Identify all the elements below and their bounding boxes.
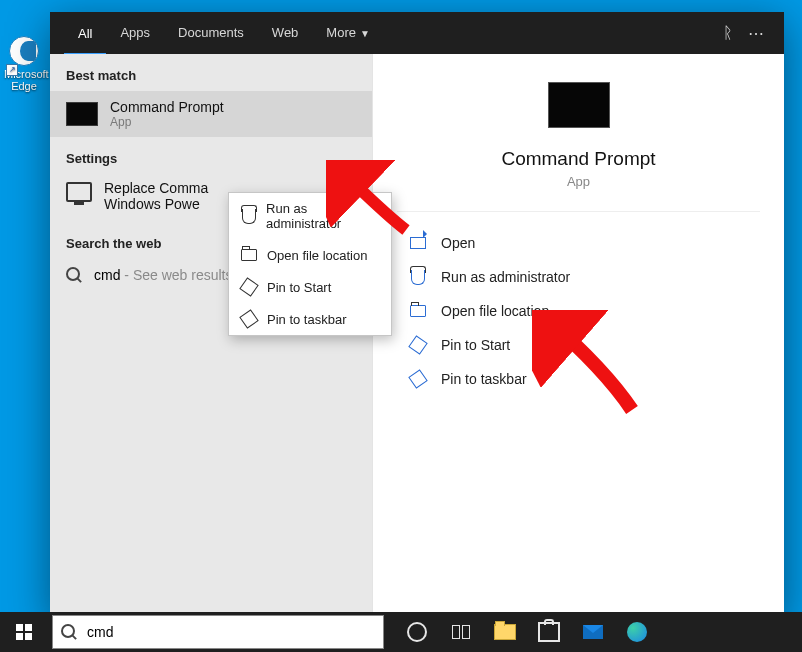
preview-title: Command Prompt: [501, 148, 655, 170]
taskbar: [0, 612, 802, 652]
chevron-down-icon: ▼: [360, 28, 370, 39]
pin-taskbar-icon: [239, 309, 258, 328]
best-match-label: Best match: [50, 54, 372, 91]
result-subtitle: App: [110, 115, 224, 129]
action-run-as-admin[interactable]: Run as administrator: [373, 260, 784, 294]
tab-all[interactable]: All: [64, 14, 106, 56]
pin-icon: [408, 335, 427, 354]
search-results-pane: Best match Command Prompt App Settings R…: [50, 54, 372, 617]
search-preview-pane: Command Prompt App Open Run as administr…: [372, 54, 784, 617]
tab-documents[interactable]: Documents: [164, 12, 258, 54]
start-button[interactable]: [0, 612, 48, 652]
ctx-pin-to-taskbar[interactable]: Pin to taskbar: [229, 303, 391, 335]
setting-item-text: Replace Comma Windows Powe: [104, 180, 208, 212]
desktop: ↗ Microsoft Edge All Apps Documents Web …: [0, 0, 802, 652]
ctx-pin-to-start[interactable]: Pin to Start: [229, 271, 391, 303]
web-query: cmd: [94, 267, 120, 283]
cmd-thumb-icon: [66, 102, 98, 126]
circle-icon: [407, 622, 427, 642]
taskbar-search-box[interactable]: [52, 615, 384, 649]
store-icon: [538, 622, 560, 642]
windows-logo-icon: [16, 624, 32, 640]
web-suffix: - See web results: [120, 267, 232, 283]
search-icon: [61, 624, 77, 640]
search-topbar: All Apps Documents Web More▼ ᚱ ⋯: [50, 12, 784, 54]
open-icon: [410, 237, 426, 249]
tab-more[interactable]: More▼: [312, 12, 384, 54]
shortcut-overlay-icon: ↗: [6, 64, 18, 76]
file-explorer-button[interactable]: [494, 621, 516, 643]
edge-icon: [627, 622, 647, 642]
shield-icon: [242, 209, 256, 224]
monitor-icon: [66, 182, 92, 202]
preview-subtitle: App: [567, 174, 590, 189]
start-search-window: All Apps Documents Web More▼ ᚱ ⋯ Best ma…: [50, 12, 784, 617]
mail-button[interactable]: [582, 621, 604, 643]
desktop-shortcut-edge[interactable]: ↗ Microsoft Edge: [4, 36, 44, 92]
action-pin-to-start[interactable]: Pin to Start: [373, 328, 784, 362]
ctx-run-as-admin[interactable]: Run as administrator: [229, 193, 391, 239]
search-icon: [66, 267, 82, 283]
ctx-open-file-location[interactable]: Open file location: [229, 239, 391, 271]
folder-icon: [410, 305, 426, 317]
edge-button[interactable]: [626, 621, 648, 643]
context-menu: Run as administrator Open file location …: [228, 192, 392, 336]
shield-icon: [411, 270, 425, 285]
action-pin-to-taskbar[interactable]: Pin to taskbar: [373, 362, 784, 396]
action-open-file-location[interactable]: Open file location: [373, 294, 784, 328]
task-view-button[interactable]: [450, 621, 472, 643]
folder-icon: [241, 249, 257, 261]
result-command-prompt[interactable]: Command Prompt App: [50, 91, 372, 137]
tab-web[interactable]: Web: [258, 12, 313, 54]
pin-taskbar-icon: [408, 369, 427, 388]
edge-icon: [9, 36, 39, 66]
action-open[interactable]: Open: [373, 226, 784, 260]
taskbar-search-input[interactable]: [85, 623, 383, 641]
pin-icon: [239, 277, 258, 296]
feedback-icon[interactable]: ᚱ: [714, 24, 742, 42]
divider: [397, 211, 760, 212]
task-view-icon: [452, 625, 470, 639]
folder-icon: [494, 624, 516, 640]
cmd-large-thumb-icon: [548, 82, 610, 128]
settings-label: Settings: [50, 137, 372, 174]
tab-apps[interactable]: Apps: [106, 12, 164, 54]
mail-icon: [583, 625, 603, 639]
cortana-button[interactable]: [406, 621, 428, 643]
microsoft-store-button[interactable]: [538, 621, 560, 643]
result-title: Command Prompt: [110, 99, 224, 115]
more-options-icon[interactable]: ⋯: [742, 24, 770, 43]
